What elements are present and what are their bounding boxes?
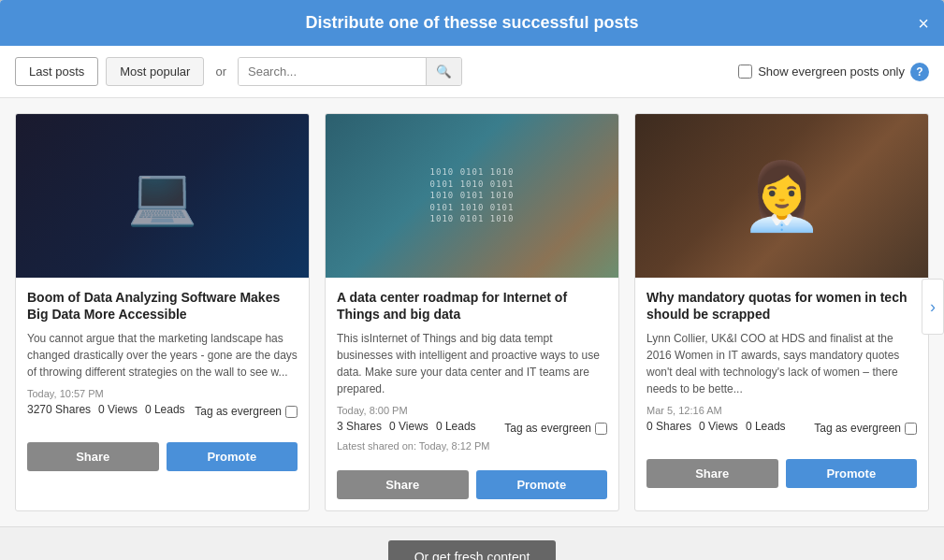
post-excerpt-1: You cannot argue that the marketing land…: [27, 330, 298, 381]
promote-button-1[interactable]: Promote: [167, 442, 298, 471]
leads-count-2: 0 Leads: [436, 420, 476, 433]
post-excerpt-3: Lynn Collier, UK&I COO at HDS and finali…: [646, 330, 917, 397]
promote-button-3[interactable]: Promote: [786, 459, 918, 488]
modal-title: Distribute one of thesse successful post…: [305, 13, 638, 32]
next-arrow-button[interactable]: ›: [922, 279, 944, 335]
views-count-1: 0 Views: [98, 403, 138, 416]
post-thumbnail-2: 1010 0101 10100101 1010 01011010 0101 10…: [326, 114, 618, 278]
post-meta-2: Today, 8:00 PM: [337, 405, 607, 416]
post-meta-1: Today, 10:57 PM: [27, 388, 298, 399]
post-stats-row-3: 0 Shares 0 Views 0 Leads Tag as evergree…: [646, 420, 917, 437]
views-count-2: 0 Views: [389, 420, 428, 433]
search-input[interactable]: [239, 58, 426, 85]
most-popular-tab[interactable]: Most popular: [106, 57, 204, 86]
evergreen-label: Show evergreen posts only: [758, 65, 905, 79]
share-button-3[interactable]: Share: [646, 459, 778, 488]
modal-body: Boom of Data Analyzing Software Makes Bi…: [0, 98, 944, 526]
post-title-3: Why mandatory quotas for women in tech s…: [646, 289, 917, 323]
search-wrapper: 🔍: [238, 57, 462, 86]
post-actions-1: Share Promote: [16, 435, 309, 482]
post-card-3: Why mandatory quotas for women in tech s…: [634, 113, 929, 511]
post-thumbnail-1: [16, 114, 309, 278]
help-button[interactable]: ?: [910, 63, 929, 81]
tag-evergreen-2: Tag as evergreen: [504, 422, 607, 435]
post-thumbnail-3: [635, 114, 928, 278]
modal: Distribute one of thesse successful post…: [0, 0, 944, 560]
shares-count-1: 3270 Shares: [27, 403, 91, 416]
modal-header: Distribute one of thesse successful post…: [0, 0, 944, 46]
post-card-1: Boom of Data Analyzing Software Makes Bi…: [15, 113, 310, 511]
share-button-2[interactable]: Share: [337, 470, 469, 499]
or-label: or: [215, 65, 226, 79]
views-count-3: 0 Views: [699, 420, 738, 433]
shares-count-3: 0 Shares: [646, 420, 691, 433]
post-actions-2: Share Promote: [326, 463, 618, 510]
evergreen-wrapper: Show evergreen posts only ?: [738, 63, 929, 81]
share-button-1[interactable]: Share: [27, 442, 159, 471]
latest-shared-2: Latest shared on: Today, 8:12 PM: [337, 440, 607, 452]
post-meta-3: Mar 5, 12:16 AM: [646, 405, 917, 416]
post-stats-3: 0 Shares 0 Views 0 Leads: [646, 420, 786, 433]
tag-evergreen-label-2: Tag as evergreen: [504, 422, 591, 435]
post-excerpt-2: This isInternet of Things and big data t…: [337, 330, 607, 397]
post-content-3: Why mandatory quotas for women in tech s…: [635, 278, 928, 452]
tag-evergreen-label-1: Tag as evergreen: [195, 405, 282, 418]
tag-evergreen-1: Tag as evergreen: [195, 405, 298, 418]
evergreen-checkbox[interactable]: [738, 65, 752, 79]
post-stats-2: 3 Shares 0 Views 0 Leads: [337, 420, 476, 433]
promote-button-2[interactable]: Promote: [476, 470, 608, 499]
tag-evergreen-checkbox-2[interactable]: [595, 423, 607, 435]
post-stats-1: 3270 Shares 0 Views 0 Leads: [27, 403, 185, 416]
tag-evergreen-3: Tag as evergreen: [814, 422, 917, 435]
leads-count-3: 0 Leads: [746, 420, 786, 433]
post-title-2: A data center roadmap for Internet of Th…: [337, 289, 607, 323]
shares-count-2: 3 Shares: [337, 420, 382, 433]
posts-grid: Boom of Data Analyzing Software Makes Bi…: [15, 113, 929, 511]
post-card-2: 1010 0101 10100101 1010 01011010 0101 10…: [325, 113, 619, 511]
tag-evergreen-checkbox-1[interactable]: [285, 406, 298, 418]
tag-evergreen-checkbox-3[interactable]: [905, 423, 917, 435]
fresh-content-button[interactable]: Or get fresh content: [388, 540, 557, 560]
post-content-2: A data center roadmap for Internet of Th…: [326, 278, 618, 463]
modal-footer: Or get fresh content: [0, 526, 944, 560]
leads-count-1: 0 Leads: [145, 403, 185, 416]
post-actions-3: Share Promote: [635, 452, 928, 499]
tag-evergreen-label-3: Tag as evergreen: [814, 422, 901, 435]
post-stats-row-2: 3 Shares 0 Views 0 Leads Tag as evergree…: [337, 420, 607, 437]
post-stats-row-1: 3270 Shares 0 Views 0 Leads Tag as everg…: [27, 403, 298, 420]
last-posts-tab[interactable]: Last posts: [15, 57, 98, 86]
post-title-1: Boom of Data Analyzing Software Makes Bi…: [27, 289, 298, 323]
modal-toolbar: Last posts Most popular or 🔍 Show evergr…: [0, 46, 944, 98]
search-button[interactable]: 🔍: [426, 58, 461, 85]
search-icon: 🔍: [436, 65, 452, 79]
post-content-1: Boom of Data Analyzing Software Makes Bi…: [16, 278, 309, 435]
close-button[interactable]: ×: [918, 14, 929, 33]
